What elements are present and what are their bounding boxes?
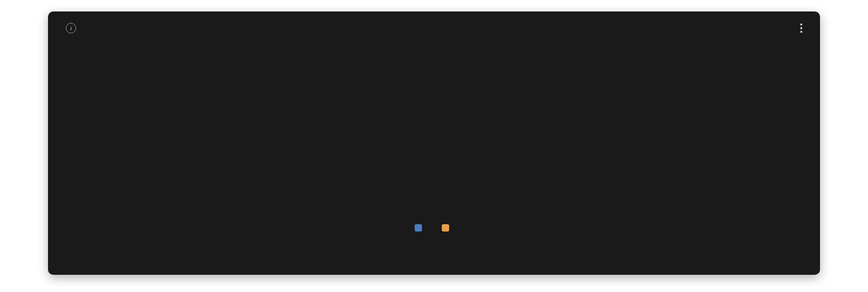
y-axis-ticks: [71, 52, 92, 209]
more-options-button[interactable]: [795, 22, 807, 34]
legend: [61, 224, 807, 232]
info-icon[interactable]: i: [66, 23, 76, 33]
chart-area: [61, 52, 807, 209]
legend-swatch-blue: [415, 224, 422, 232]
legend-item-hold[interactable]: [442, 224, 453, 232]
legend-item-connected[interactable]: [415, 224, 426, 232]
legend-swatch-orange: [442, 224, 449, 232]
panel-header: i: [61, 22, 807, 34]
bars-container: [96, 52, 807, 209]
chart-panel: i: [48, 11, 820, 275]
plot: [71, 52, 807, 209]
title-wrap: i: [61, 23, 76, 33]
y-axis-label: [61, 52, 71, 209]
